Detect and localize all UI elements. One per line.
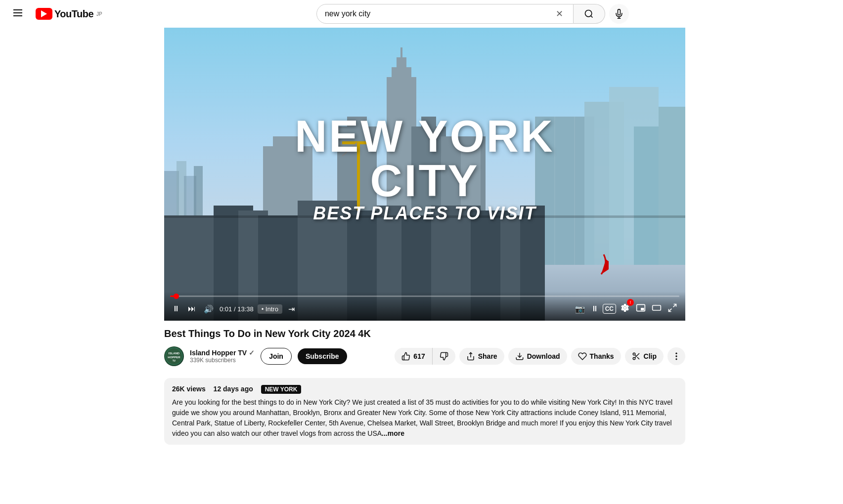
controls-right: 📷 ⏸ CC ! (573, 301, 679, 317)
clip-label: Clip (644, 352, 657, 360)
cc-button[interactable]: CC (603, 304, 616, 314)
search-button[interactable] (574, 4, 605, 24)
youtube-icon (36, 8, 52, 20)
download-button[interactable]: Download (508, 348, 567, 365)
theater-button[interactable] (650, 301, 664, 317)
channel-text: Island Hopper TV ✓ 339K subscribers (190, 349, 255, 364)
video-actions-row: ISLAND HOPPER TV Island Hopper TV ✓ 339K… (164, 346, 685, 366)
like-button[interactable]: 617 (395, 348, 432, 365)
svg-rect-51 (653, 305, 661, 310)
video-title-overlay: NEW YORK CITY BEST PLACES TO VISIT (295, 114, 555, 223)
youtube-wordmark: YouTube (54, 8, 93, 20)
intro-badge: • Intro (258, 304, 282, 314)
search-area: ✕ (110, 4, 835, 24)
video-main-title: NEW YORK CITY (295, 114, 555, 203)
youtube-logo[interactable]: YouTubeJP (36, 8, 102, 20)
time-display: 0:01 / 13:38 (220, 305, 254, 313)
controls-row: ⏸ ⏭ 🔊 0:01 / 13:38 • Intro ⇥ 📷 ⏸ CC (170, 301, 679, 317)
svg-text:ISLAND: ISLAND (169, 352, 180, 355)
subscribe-button[interactable]: Subscribe (298, 348, 347, 364)
dislike-button[interactable] (432, 348, 455, 365)
svg-point-67 (675, 355, 677, 357)
pause2-button[interactable]: ⏸ (589, 302, 601, 315)
svg-rect-28 (659, 107, 685, 265)
more-options-button[interactable] (667, 347, 685, 365)
header: YouTubeJP ✕ (0, 0, 843, 28)
avatar-inner: ISLAND HOPPER TV (165, 347, 183, 365)
svg-point-3 (585, 10, 592, 17)
join-button[interactable]: Join (261, 348, 292, 365)
play-pause-button[interactable]: ⏸ (170, 302, 182, 315)
subscriber-count: 339K subscribers (190, 357, 255, 364)
miniplayer-button[interactable] (634, 301, 648, 317)
more-link[interactable]: ...more (382, 429, 404, 437)
svg-rect-15 (400, 47, 402, 67)
channel-avatar: ISLAND HOPPER TV (164, 346, 184, 366)
location-badge: NEW YORK (261, 385, 302, 394)
description-box: 26K views 12 days ago NEW YORK Are you l… (164, 378, 685, 445)
share-label: Share (478, 352, 497, 360)
volume-button[interactable]: 🔊 (202, 302, 216, 316)
thanks-button[interactable]: Thanks (571, 348, 621, 365)
header-left: YouTubeJP (8, 3, 102, 25)
svg-point-48 (624, 307, 626, 309)
svg-point-66 (675, 353, 677, 354)
svg-line-64 (637, 357, 639, 359)
skip-button[interactable]: ⇥ (286, 302, 297, 316)
view-count: 26K views (172, 385, 206, 393)
video-title: Best Things To Do in New York City 2024 … (164, 327, 685, 340)
verified-badge: ✓ (249, 349, 255, 357)
channel-info: ISLAND HOPPER TV Island Hopper TV ✓ 339K… (164, 346, 347, 366)
download-label: Download (527, 352, 560, 360)
description-text: Are you looking for the best things to d… (172, 397, 677, 439)
clip-button[interactable]: Clip (625, 348, 664, 365)
action-buttons: 617 Share (395, 347, 685, 365)
like-count: 617 (413, 352, 425, 360)
progress-bar[interactable] (170, 295, 679, 297)
thanks-label: Thanks (590, 352, 614, 360)
controls-left: ⏸ ⏭ 🔊 0:01 / 13:38 • Intro ⇥ (170, 302, 297, 316)
svg-line-52 (673, 304, 676, 307)
svg-text:HOPPER: HOPPER (168, 356, 180, 359)
fullscreen-button[interactable] (666, 301, 679, 317)
progress-fill (170, 295, 177, 297)
svg-point-62 (633, 357, 635, 360)
settings-button[interactable]: ! (618, 301, 632, 317)
svg-line-65 (635, 355, 636, 356)
svg-point-68 (675, 358, 677, 360)
svg-line-53 (669, 309, 672, 312)
video-player-wrapper: NEW YORK CITY BEST PLACES TO VISIT ⏸ ⏭ 🔊… (164, 28, 685, 321)
video-player[interactable]: NEW YORK CITY BEST PLACES TO VISIT ⏸ ⏭ 🔊… (164, 28, 685, 321)
desc-meta: 26K views 12 days ago NEW YORK (172, 384, 677, 394)
search-bar: ✕ (316, 4, 574, 24)
search-input[interactable] (325, 9, 556, 18)
screenshot-button[interactable]: 📷 (573, 302, 587, 316)
clear-search-icon[interactable]: ✕ (556, 8, 563, 19)
youtube-region: JP (96, 11, 102, 17)
svg-rect-50 (641, 308, 644, 310)
arrow-indicator (579, 250, 609, 281)
video-info: Best Things To Do in New York City 2024 … (164, 321, 685, 378)
like-dislike-group: 617 (395, 348, 455, 365)
mic-button[interactable] (609, 4, 629, 24)
time-ago: 12 days ago (214, 385, 253, 393)
menu-icon[interactable] (8, 3, 28, 25)
next-button[interactable]: ⏭ (186, 302, 198, 315)
video-controls: ⏸ ⏭ 🔊 0:01 / 13:38 • Intro ⇥ 📷 ⏸ CC (164, 292, 685, 321)
channel-name: Island Hopper TV ✓ (190, 349, 255, 357)
share-button[interactable]: Share (459, 348, 504, 365)
video-sub-title: BEST PLACES TO VISIT (295, 203, 555, 223)
svg-point-61 (633, 353, 635, 355)
svg-text:TV: TV (173, 359, 176, 362)
